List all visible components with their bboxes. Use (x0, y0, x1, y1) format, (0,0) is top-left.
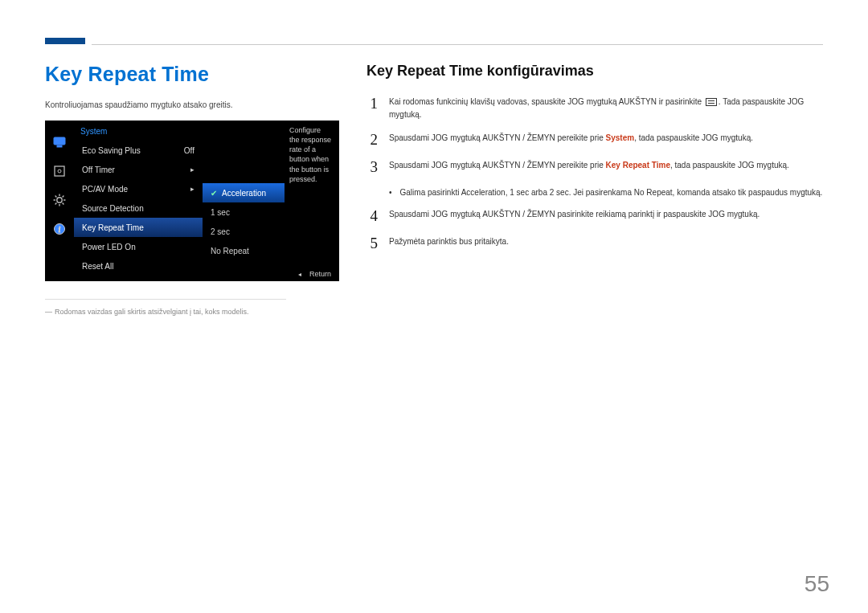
svg-point-4 (57, 198, 62, 202)
step-4: 4 Spausdami JOG mygtuką AUKŠTYN / ŽEMYN … (366, 208, 823, 224)
osd-main-menu: System Eco Saving PlusOff Off Timer▸ PC/… (74, 121, 203, 281)
option-1sec: 1 sec (203, 202, 285, 222)
osd-icon-column: i (45, 121, 74, 281)
info-icon: i (52, 222, 67, 236)
step-2: 2 Spausdami JOG mygtuką AUKŠTYN / ŽEMYN … (366, 132, 823, 148)
osd-menu-title: System (74, 125, 203, 141)
step-text: Spausdami JOG mygtuką AUKŠTYN / ŽEMYN pe… (389, 132, 823, 145)
chevron-right-icon: ▸ (190, 166, 194, 174)
osd-hint: Configure the response rate of a button … (285, 121, 339, 281)
section-description: Kontroliuojamas spaudžiamo mygtuko atsak… (45, 100, 339, 109)
gear-icon (52, 193, 67, 207)
svg-line-11 (63, 196, 64, 198)
menu-item-eco: Eco Saving PlusOff (74, 141, 203, 160)
menu-item-offtimer: Off Timer▸ (74, 160, 203, 179)
header-accent (45, 38, 85, 44)
svg-text:i: i (59, 225, 61, 234)
triangle-left-icon: ◂ (298, 271, 301, 278)
step-number: 5 (366, 235, 378, 251)
step-text: Kai rodomas funkcinių klavišų vadovas, s… (389, 96, 823, 121)
step-number: 4 (366, 208, 378, 224)
menu-item-power-led: Power LED On (74, 237, 203, 256)
step-3-bullet: • Galima pasirinkti Acceleration, 1 sec … (389, 186, 823, 199)
option-norepeat: No Repeat (203, 241, 285, 260)
osd-submenu: ✔Acceleration 1 sec 2 sec No Repeat (203, 121, 285, 281)
menu-item-reset: Reset All (74, 256, 203, 276)
osd-footer: ◂ Return (298, 270, 331, 278)
menu-item-source: Source Detection (74, 198, 203, 218)
procedure-heading: Key Repeat Time konfigūravimas (366, 63, 823, 80)
osd-return-label: Return (309, 270, 331, 278)
svg-rect-0 (54, 137, 65, 145)
option-2sec: 2 sec (203, 222, 285, 241)
page-number: 55 (805, 571, 829, 597)
step-5: 5 Pažymėta parinktis bus pritaikyta. (366, 235, 823, 251)
step-text: Pažymėta parinktis bus pritaikyta. (389, 235, 823, 248)
menu-icon (706, 98, 717, 106)
section-heading: Key Repeat Time (45, 63, 339, 86)
step-number: 3 (366, 159, 378, 175)
svg-line-9 (55, 196, 57, 198)
chevron-right-icon: ▸ (190, 185, 194, 193)
svg-rect-2 (55, 166, 64, 176)
menu-item-pcav: PC/AV Mode▸ (74, 179, 203, 198)
check-icon: ✔ (211, 189, 217, 198)
footnote-text: Rodomas vaizdas gali skirtis atsižvelgia… (45, 308, 339, 316)
bullet-icon: • (389, 186, 392, 198)
bullet-text: Galima pasirinkti Acceleration, 1 sec ar… (400, 186, 823, 199)
step-3: 3 Spausdami JOG mygtuką AUKŠTYN / ŽEMYN … (366, 159, 823, 175)
header-rule (92, 44, 823, 45)
svg-point-3 (58, 170, 61, 173)
step-text: Spausdami JOG mygtuką AUKŠTYN / ŽEMYN pe… (389, 159, 823, 172)
option-acceleration: ✔Acceleration (203, 183, 285, 202)
monitor-icon (52, 135, 67, 149)
step-number: 1 (366, 96, 378, 112)
svg-line-10 (63, 203, 64, 205)
menu-item-key-repeat: Key Repeat Time (74, 218, 203, 237)
picture-icon (52, 164, 67, 178)
step-1: 1 Kai rodomas funkcinių klavišų vadovas,… (366, 96, 823, 121)
footnote-rule (45, 299, 286, 300)
step-number: 2 (366, 132, 378, 148)
svg-line-12 (55, 203, 57, 205)
step-text: Spausdami JOG mygtuką AUKŠTYN / ŽEMYN pa… (389, 208, 823, 221)
osd-screenshot: i System Eco Saving PlusOff Off Timer▸ P… (45, 121, 339, 281)
svg-rect-1 (57, 145, 62, 147)
